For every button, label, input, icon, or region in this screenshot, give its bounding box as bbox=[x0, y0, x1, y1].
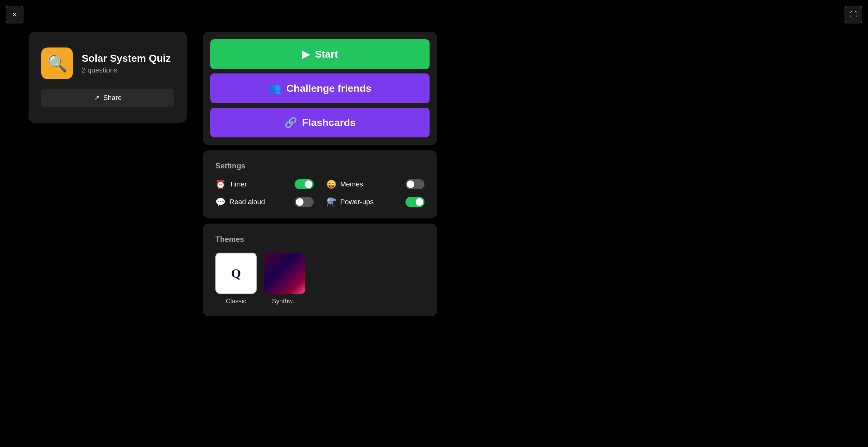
action-buttons-panel: ▶ Start 👥 Challenge friends 🔗 Flashcards bbox=[203, 32, 437, 145]
flashcards-icon: 🔗 bbox=[284, 117, 297, 129]
read-aloud-text: Read aloud bbox=[229, 198, 265, 206]
memes-toggle[interactable] bbox=[405, 179, 425, 189]
flashcards-label: Flashcards bbox=[302, 117, 356, 129]
memes-text: Memes bbox=[340, 180, 363, 188]
timer-text: Timer bbox=[229, 180, 247, 188]
power-ups-toggle-knob bbox=[415, 198, 423, 206]
themes-panel: Themes Q Classic Synthw... bbox=[203, 224, 437, 316]
quiz-icon: 🔍 bbox=[41, 47, 73, 79]
theme-item-classic[interactable]: Q Classic bbox=[215, 253, 257, 305]
challenge-label: Challenge friends bbox=[286, 83, 372, 94]
settings-panel: Settings ⏰ Timer 😜 Memes bbox=[203, 150, 437, 218]
setting-row-power-ups: ⚗️ Power-ups bbox=[326, 197, 425, 207]
start-label: Start bbox=[315, 49, 338, 60]
quiz-subtitle: 2 questions bbox=[82, 66, 171, 74]
timer-label: ⏰ Timer bbox=[215, 180, 247, 189]
settings-grid: ⏰ Timer 😜 Memes bbox=[215, 179, 425, 207]
quiz-card-header: 🔍 Solar System Quiz 2 questions bbox=[41, 47, 174, 79]
read-aloud-toggle[interactable] bbox=[294, 197, 314, 207]
share-button[interactable]: ↗ Share bbox=[41, 89, 174, 107]
power-ups-icon: ⚗️ bbox=[326, 197, 336, 207]
play-icon: ▶ bbox=[302, 48, 310, 60]
fullscreen-button[interactable]: ⛶ bbox=[844, 6, 862, 24]
challenge-icon: 👥 bbox=[269, 82, 281, 94]
read-aloud-label: 💬 Read aloud bbox=[215, 197, 265, 207]
flashcards-button[interactable]: 🔗 Flashcards bbox=[210, 108, 430, 137]
share-icon: ↗ bbox=[94, 94, 99, 102]
theme-thumb-synthwave bbox=[264, 253, 305, 294]
classic-theme-icon: Q bbox=[231, 266, 241, 281]
settings-title: Settings bbox=[215, 161, 425, 170]
setting-row-memes: 😜 Memes bbox=[326, 179, 425, 189]
setting-row-read-aloud: 💬 Read aloud bbox=[215, 197, 314, 207]
theme-item-synthwave[interactable]: Synthw... bbox=[264, 253, 305, 305]
close-icon: × bbox=[12, 9, 17, 20]
timer-toggle[interactable] bbox=[294, 179, 314, 189]
timer-icon: ⏰ bbox=[215, 180, 225, 189]
quiz-title: Solar System Quiz bbox=[82, 53, 171, 64]
memes-toggle-knob bbox=[407, 181, 414, 188]
power-ups-label: ⚗️ Power-ups bbox=[326, 197, 373, 207]
power-ups-text: Power-ups bbox=[340, 198, 373, 206]
read-aloud-icon: 💬 bbox=[215, 197, 225, 207]
quiz-info: Solar System Quiz 2 questions bbox=[82, 53, 171, 74]
setting-row-timer: ⏰ Timer bbox=[215, 179, 314, 189]
themes-grid: Q Classic Synthw... bbox=[215, 253, 425, 305]
main-content: 🔍 Solar System Quiz 2 questions ↗ Share … bbox=[29, 32, 437, 316]
challenge-friends-button[interactable]: 👥 Challenge friends bbox=[210, 73, 430, 103]
share-label: Share bbox=[103, 94, 122, 102]
start-button[interactable]: ▶ Start bbox=[210, 39, 430, 69]
right-panel: ▶ Start 👥 Challenge friends 🔗 Flashcards… bbox=[203, 32, 437, 316]
fullscreen-icon: ⛶ bbox=[850, 10, 857, 19]
read-aloud-toggle-knob bbox=[296, 198, 304, 206]
synthwave-theme-label: Synthw... bbox=[272, 297, 298, 305]
memes-icon: 😜 bbox=[326, 180, 336, 189]
close-button[interactable]: × bbox=[6, 6, 24, 24]
themes-title: Themes bbox=[215, 235, 425, 244]
quiz-icon-symbol: 🔍 bbox=[47, 54, 67, 73]
classic-theme-label: Classic bbox=[226, 297, 246, 305]
quiz-card: 🔍 Solar System Quiz 2 questions ↗ Share bbox=[29, 32, 187, 123]
theme-thumb-classic: Q bbox=[215, 253, 257, 294]
memes-label: 😜 Memes bbox=[326, 180, 363, 189]
timer-toggle-knob bbox=[305, 181, 312, 188]
power-ups-toggle[interactable] bbox=[405, 197, 425, 207]
